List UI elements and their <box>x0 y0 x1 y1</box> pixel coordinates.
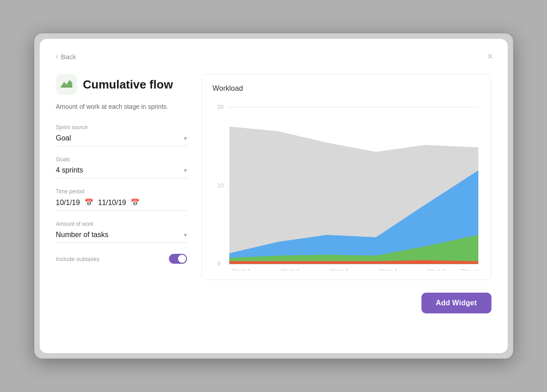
svg-text:20: 20 <box>217 104 224 110</box>
svg-text:Week 4: Week 4 <box>379 268 397 271</box>
time-period-row: 10/1/19 📅 11/10/19 📅 <box>56 198 187 211</box>
subtasks-label: Include subtasks <box>56 256 100 262</box>
sprint-source-select[interactable]: Goal ▾ <box>56 134 187 146</box>
modal-inner: ‹ Back × <box>40 39 508 353</box>
svg-marker-0 <box>61 80 72 87</box>
chart-area: 20 10 0 <box>213 98 480 271</box>
time-period-label: Time period <box>56 188 187 195</box>
back-button[interactable]: ‹ Back <box>56 52 76 61</box>
svg-text:This week: This week <box>461 268 480 271</box>
amount-of-work-label: Amount of work <box>56 221 187 227</box>
chart-svg: 20 10 0 <box>213 98 480 271</box>
chart-icon-bg <box>56 74 77 95</box>
back-arrow-icon: ‹ <box>56 52 58 61</box>
add-widget-row: Add Widget <box>56 293 491 313</box>
amount-of-work-group: Amount of work Number of tasks ▾ <box>56 221 187 243</box>
subtasks-row: Include subtasks <box>56 254 187 264</box>
panel-description: Amount of work at each stage in sprints. <box>56 102 187 112</box>
right-panel: Workload 20 10 0 <box>201 74 491 280</box>
sprint-source-chevron-icon: ▾ <box>184 135 187 142</box>
amount-of-work-value: Number of tasks <box>56 231 108 239</box>
goals-chevron-icon: ▾ <box>184 167 187 174</box>
date-from: 10/1/19 <box>56 199 80 207</box>
date-to: 11/10/19 <box>98 199 126 207</box>
goals-group: Goals 4 sprints ▾ <box>56 156 187 178</box>
svg-text:Week 2: Week 2 <box>281 268 299 271</box>
amount-chevron-icon: ▾ <box>184 231 187 238</box>
title-row: Cumulative flow <box>56 74 187 95</box>
svg-text:Week 5: Week 5 <box>427 268 446 271</box>
close-button[interactable]: × <box>487 51 493 61</box>
svg-text:Week 1: Week 1 <box>232 268 250 271</box>
svg-text:10: 10 <box>217 182 224 189</box>
content-area: Cumulative flow Amount of work at each s… <box>56 74 491 280</box>
modal-overlay: ‹ Back × <box>34 33 513 359</box>
calendar-to-icon[interactable]: 📅 <box>131 198 140 207</box>
cumulative-flow-icon <box>61 78 72 91</box>
goals-select[interactable]: 4 sprints ▾ <box>56 166 187 178</box>
svg-text:Week 3: Week 3 <box>330 268 348 271</box>
chart-title: Workload <box>213 84 480 93</box>
amount-of-work-select[interactable]: Number of tasks ▾ <box>56 231 187 243</box>
sprint-source-label: Sprint source <box>56 124 187 131</box>
time-period-group: Time period 10/1/19 📅 11/10/19 📅 <box>56 188 187 211</box>
goals-label: Goals <box>56 156 187 163</box>
sprint-source-value: Goal <box>56 134 71 142</box>
goals-value: 4 sprints <box>56 166 83 174</box>
panel-title: Cumulative flow <box>83 78 173 92</box>
sprint-source-group: Sprint source Goal ▾ <box>56 124 187 146</box>
close-icon: × <box>487 51 493 62</box>
svg-text:0: 0 <box>217 261 220 267</box>
toggle-knob <box>178 255 186 263</box>
subtasks-toggle[interactable] <box>169 254 187 264</box>
back-label: Back <box>61 53 76 61</box>
calendar-from-icon[interactable]: 📅 <box>84 198 94 207</box>
left-panel: Cumulative flow Amount of work at each s… <box>56 74 187 280</box>
add-widget-button[interactable]: Add Widget <box>421 293 491 313</box>
